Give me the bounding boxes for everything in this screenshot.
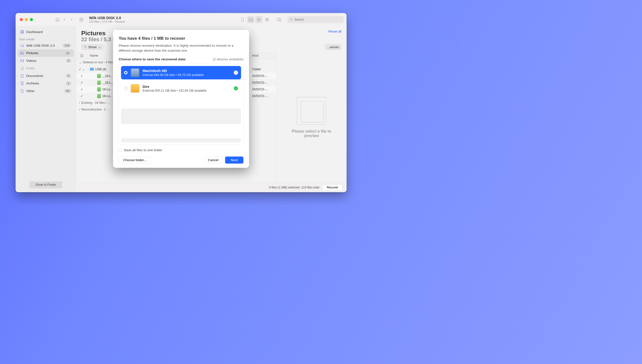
save-all-checkbox[interactable]: Save all files to one folder <box>119 148 244 152</box>
device-desc: Internal 494,38 GB disk • 45,75 GB avail… <box>143 73 204 77</box>
device-name: Macintosh HD <box>143 69 204 73</box>
device-option-dev[interactable]: Dev External 500,11 GB disk • 232,64 GB … <box>121 82 241 95</box>
checkmark-icon: ✓ <box>234 86 238 91</box>
checkmark-icon: ✓ <box>234 70 238 75</box>
choose-folder-button[interactable]: Choose folder... <box>119 157 151 164</box>
device-placeholder <box>121 138 241 142</box>
device-option-macintosh[interactable]: Macintosh HD Internal 494,38 GB disk • 4… <box>121 66 241 80</box>
devices-hint: (2 devices available) <box>213 57 244 61</box>
radio-icon <box>124 87 128 90</box>
modal-overlay: You have 4 files / 1 MB to recover Pleas… <box>16 13 347 192</box>
app-window: Wilk USB DISK 2.0 119 files / 3,15 GB – … <box>16 13 347 192</box>
modal-description: Please choose recovery destination. It i… <box>119 43 244 53</box>
next-button[interactable]: Next <box>225 157 244 164</box>
modal-title: You have 4 files / 1 MB to recover <box>119 36 244 41</box>
radio-icon <box>124 71 128 74</box>
device-list: Macintosh HD Internal 494,38 GB disk • 4… <box>119 64 244 145</box>
recovery-destination-modal: You have 4 files / 1 MB to recover Pleas… <box>113 30 249 168</box>
device-placeholder <box>121 108 241 124</box>
device-name: Dev <box>143 84 207 89</box>
internal-disk-icon <box>131 68 139 77</box>
choose-label: Choose where to save the recovered data: <box>119 57 186 61</box>
cancel-button[interactable]: Cancel <box>204 157 223 164</box>
external-disk-icon <box>131 84 139 92</box>
save-all-label: Save all files to one folder <box>124 148 162 152</box>
device-desc: External 500,11 GB disk • 232,64 GB avai… <box>143 89 207 92</box>
checkbox-icon <box>119 149 122 152</box>
